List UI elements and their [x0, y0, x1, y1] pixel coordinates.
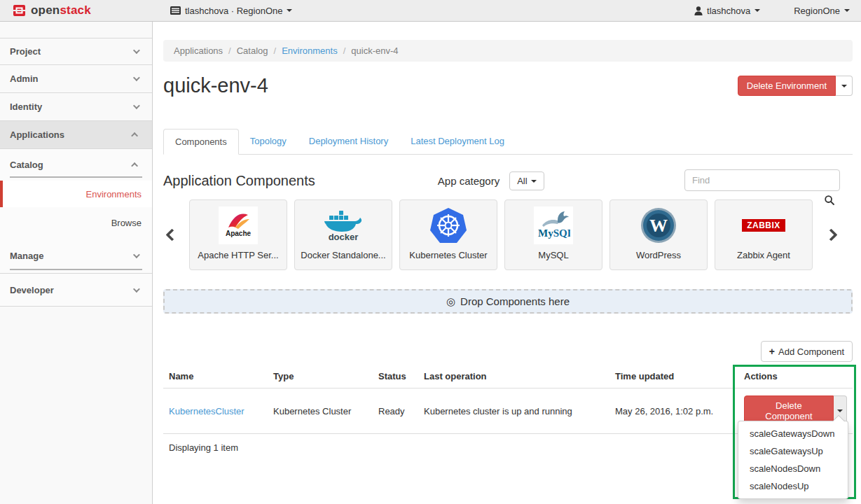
- project-context-switcher[interactable]: tlashchova · RegionOne: [170, 0, 292, 21]
- tab-deployment-history[interactable]: Deployment History: [298, 129, 399, 155]
- tile-label: Docker Standalone...: [301, 250, 385, 260]
- page-title: quick-env-4: [163, 73, 268, 98]
- section-underline: [10, 176, 142, 178]
- sidebar-item-environments[interactable]: Environments: [0, 181, 152, 207]
- carousel-next-button[interactable]: [822, 230, 839, 239]
- apache-logo: Apache: [219, 200, 258, 250]
- sidebar-item-applications[interactable]: Applications: [0, 121, 152, 149]
- context-switcher-label: tlashchova · RegionOne: [185, 6, 282, 16]
- component-tile-mysql[interactable]: MySQL. MySQL: [504, 200, 602, 270]
- column-header-actions: Actions: [738, 365, 853, 388]
- docker-logo: docker: [323, 200, 364, 250]
- chevron-down-icon: [133, 47, 140, 54]
- column-header-name[interactable]: Name: [163, 365, 268, 388]
- chevron-down-icon: [133, 102, 140, 109]
- chevron-right-icon: [825, 228, 837, 241]
- menu-item-scale-nodes-up[interactable]: scaleNodesUp: [738, 477, 848, 495]
- delete-environment-button[interactable]: Delete Environment: [738, 76, 836, 96]
- zabbix-badge: ZABBIX: [742, 219, 785, 232]
- breadcrumb-separator: /: [274, 46, 277, 56]
- target-icon: ◎: [446, 295, 455, 308]
- component-tile-docker[interactable]: docker Docker Standalone...: [294, 200, 392, 270]
- component-tile-zabbix[interactable]: ZABBIX Zabbix Agent: [715, 200, 813, 270]
- chevron-up-icon: [131, 132, 138, 139]
- list-icon: [170, 6, 181, 15]
- sidebar-item-label: Applications: [10, 130, 64, 140]
- sidebar-item-label: Environments: [86, 189, 142, 200]
- openstack-logo[interactable]: openstack: [13, 0, 91, 21]
- component-time-updated-cell: May 26, 2016, 1:02 p.m.: [609, 388, 738, 434]
- search-icon[interactable]: [825, 195, 834, 205]
- sidebar-top-strip: [0, 22, 152, 38]
- component-type-cell: Kubernetes Cluster: [268, 388, 373, 434]
- add-component-label: Add Component: [778, 346, 844, 357]
- breadcrumb-separator: /: [228, 46, 231, 56]
- chevron-left-icon: [165, 228, 178, 241]
- components-carousel: Apache Apache HTTP Ser...: [163, 200, 853, 270]
- column-header-time-updated[interactable]: Time updated: [609, 365, 738, 388]
- menu-item-scale-gateways-down[interactable]: scaleGatewaysDown: [738, 425, 848, 442]
- component-tile-wordpress[interactable]: W WordPress: [609, 200, 708, 270]
- docker-whale-icon: docker: [323, 209, 364, 242]
- sidebar-item-label: Admin: [10, 74, 38, 84]
- tab-components[interactable]: Components: [163, 129, 239, 155]
- svg-text:MySQL.: MySQL.: [538, 227, 570, 239]
- breadcrumb-item: Catalog: [237, 46, 268, 56]
- tile-label: MySQL: [538, 250, 568, 260]
- tab-latest-deployment-log[interactable]: Latest Deployment Log: [399, 129, 516, 155]
- openstack-cube-icon: [13, 4, 27, 18]
- navbar-right: tlashchova RegionOne: [694, 0, 850, 21]
- region-menu-label: RegionOne: [794, 6, 840, 16]
- sidebar-item-label: Developer: [10, 285, 54, 295]
- sidebar-item-label: Identity: [10, 102, 42, 112]
- component-name-link[interactable]: KubernetesCluster: [169, 406, 244, 416]
- zabbix-logo: ZABBIX: [742, 200, 785, 250]
- column-header-last-operation[interactable]: Last operation: [418, 365, 609, 388]
- top-navbar: openstack tlashchova · RegionOne tlashch…: [0, 0, 861, 22]
- delete-environment-button-group: Delete Environment: [738, 76, 853, 96]
- breadcrumb-item-current: quick-env-4: [351, 46, 398, 56]
- breadcrumb-link-environments[interactable]: Environments: [282, 46, 337, 56]
- wordpress-w-icon: W: [640, 207, 677, 244]
- component-status-cell: Ready: [373, 388, 418, 434]
- tab-topology[interactable]: Topology: [239, 129, 298, 155]
- column-header-status[interactable]: Status: [373, 365, 418, 388]
- sidebar-item-label: Project: [10, 46, 41, 57]
- sidebar-item-developer[interactable]: Developer: [0, 273, 152, 307]
- caret-down-icon: [844, 9, 850, 12]
- menu-item-scale-nodes-down[interactable]: scaleNodesDown: [738, 460, 848, 477]
- drop-components-zone[interactable]: ◎ Drop Components here: [163, 289, 853, 314]
- sidebar-item-catalog[interactable]: Catalog: [0, 149, 152, 181]
- app-category-value: All: [517, 176, 527, 186]
- caret-down-icon: [531, 180, 537, 183]
- region-menu[interactable]: RegionOne: [794, 6, 850, 16]
- table-header-row: Name Type Status Last operation Time upd…: [163, 365, 853, 388]
- add-component-button[interactable]: + Add Component: [761, 341, 853, 362]
- tab-bar: Components Topology Deployment History L…: [163, 129, 853, 155]
- kubernetes-wheel-icon: [429, 207, 467, 244]
- component-tile-apache[interactable]: Apache Apache HTTP Ser...: [189, 200, 287, 270]
- row-actions-dropdown-menu: scaleGatewaysDown scaleGatewaysUp scaleN…: [738, 421, 848, 499]
- sidebar-item-identity[interactable]: Identity: [0, 93, 152, 121]
- column-header-type[interactable]: Type: [268, 365, 373, 388]
- delete-environment-dropdown-toggle[interactable]: [836, 76, 853, 96]
- caret-down-icon: [287, 9, 292, 12]
- component-tile-kubernetes[interactable]: Kubernetes Cluster: [399, 200, 497, 270]
- tile-label: Kubernetes Cluster: [409, 250, 487, 260]
- sidebar-item-admin[interactable]: Admin: [0, 65, 152, 93]
- breadcrumb: Applications / Catalog / Environments / …: [163, 40, 853, 62]
- find-input[interactable]: [684, 169, 840, 191]
- wordpress-logo: W: [640, 200, 677, 250]
- caret-down-icon: [755, 9, 760, 12]
- carousel-prev-button[interactable]: [163, 230, 180, 239]
- menu-item-scale-gateways-up[interactable]: scaleGatewaysUp: [738, 442, 848, 460]
- user-menu[interactable]: tlashchova: [694, 6, 760, 16]
- sidebar-item-project[interactable]: Project: [0, 38, 152, 65]
- user-menu-label: tlashchova: [707, 6, 750, 16]
- sidebar-item-label: Browse: [111, 218, 142, 228]
- sidebar-item-manage[interactable]: Manage: [0, 238, 152, 273]
- components-panel-title: Application Components: [163, 173, 315, 189]
- sidebar-item-browse[interactable]: Browse: [0, 207, 152, 238]
- active-indicator: [0, 181, 3, 207]
- app-category-dropdown[interactable]: All: [509, 172, 544, 190]
